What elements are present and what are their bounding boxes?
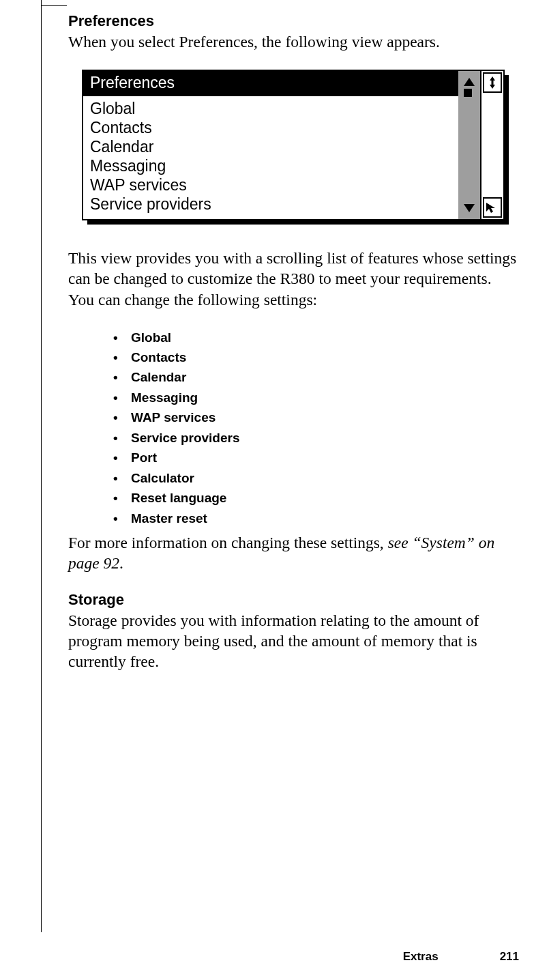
bullet-item: Reset language	[113, 488, 519, 508]
list-item[interactable]: Messaging	[90, 156, 451, 175]
page-content: Preferences When you select Preferences,…	[68, 12, 519, 689]
scroll-thumb-icon[interactable]	[464, 89, 472, 97]
svg-marker-0	[490, 76, 495, 81]
bullet-item: Global	[113, 328, 519, 347]
device-side-buttons	[480, 71, 503, 219]
svg-marker-2	[490, 85, 495, 89]
list-item[interactable]: WAP services	[90, 175, 451, 194]
bullet-item: Calculator	[113, 468, 519, 488]
device-titlebar: Preferences	[83, 71, 458, 96]
bullet-item: Contacts	[113, 347, 519, 367]
cursor-arrow-icon	[485, 201, 500, 214]
bullet-item: WAP services	[113, 407, 519, 427]
chevron-down-icon[interactable]	[464, 204, 475, 212]
device-scrollbar[interactable]	[458, 71, 480, 219]
more-info-post: .	[119, 554, 123, 572]
bullet-item: Calendar	[113, 367, 519, 387]
list-item[interactable]: Calendar	[90, 137, 451, 156]
page-footer: Extras211	[403, 950, 519, 964]
storage-body: Storage provides you with information re…	[68, 610, 519, 672]
svg-marker-3	[486, 203, 495, 213]
scroll-top-group	[464, 76, 475, 97]
svg-rect-1	[492, 81, 494, 85]
device-menu-list: Global Contacts Calendar Messaging WAP s…	[83, 96, 458, 219]
bullet-item: Port	[113, 448, 519, 467]
settings-bullet-list: Global Contacts Calendar Messaging WAP s…	[113, 328, 519, 528]
bullet-item: Master reset	[113, 508, 519, 528]
bullet-item: Messaging	[113, 388, 519, 407]
footer-section: Extras	[403, 950, 439, 963]
updown-arrow-icon	[486, 76, 499, 89]
paragraph-scrolling-list: This view provides you with a scrolling …	[68, 248, 519, 309]
chevron-up-icon[interactable]	[464, 78, 475, 86]
page-margin-rule	[41, 0, 42, 932]
heading-preferences: Preferences	[68, 12, 519, 30]
list-item[interactable]: Contacts	[90, 118, 451, 137]
device-frame: Preferences Global Contacts Calendar Mes…	[82, 70, 505, 220]
footer-page-number: 211	[500, 950, 519, 963]
list-item[interactable]: Global	[90, 99, 451, 118]
device-main: Preferences Global Contacts Calendar Mes…	[83, 71, 458, 219]
list-item[interactable]: Service providers	[90, 194, 451, 214]
side-button-top[interactable]	[483, 72, 502, 93]
side-button-bottom[interactable]	[483, 197, 502, 218]
more-info-pre: For more information on changing these s…	[68, 534, 388, 551]
bullet-item: Service providers	[113, 428, 519, 448]
paragraph-more-info: For more information on changing these s…	[68, 532, 519, 573]
device-screenshot: Preferences Global Contacts Calendar Mes…	[82, 70, 505, 220]
heading-storage: Storage	[68, 591, 519, 609]
intro-text: When you select Preferences, the followi…	[68, 31, 519, 52]
